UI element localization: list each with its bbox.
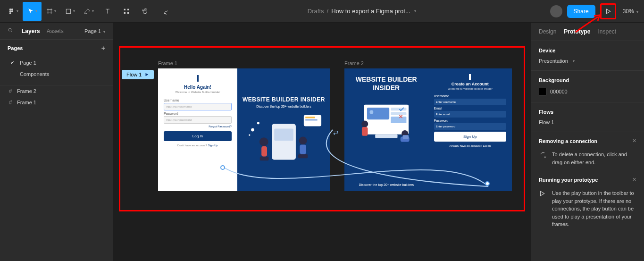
svg-rect-20 xyxy=(305,117,315,118)
pages-header: Pages + xyxy=(0,39,113,57)
svg-rect-7 xyxy=(127,8,129,10)
svg-point-32 xyxy=(361,121,368,127)
right-tabs: Design Prototype Inspect xyxy=(531,23,644,41)
svg-rect-29 xyxy=(391,112,406,115)
add-page-button[interactable]: + xyxy=(101,44,105,52)
hero-panel: WEBSITE BUILDER INSIDER xyxy=(344,68,428,191)
logo-icon xyxy=(469,74,471,80)
breadcrumb[interactable]: Drafts / How to export a Figma prot... ▾ xyxy=(174,8,550,15)
comment-tool-button[interactable] xyxy=(155,2,174,21)
figma-menu-button[interactable]: ▾ xyxy=(4,2,23,21)
help-removing-header: Removing a connection ✕ xyxy=(531,132,644,146)
layer-item[interactable]: # Frame 2 xyxy=(0,85,113,97)
text-tool-button[interactable] xyxy=(98,2,117,21)
password-label: Password xyxy=(164,112,178,115)
right-panel: Design Prototype Inspect Device Presenta… xyxy=(531,23,644,261)
svg-rect-36 xyxy=(402,135,409,139)
svg-rect-5 xyxy=(66,9,70,13)
help-running: Use the play button in the toolbar to pl… xyxy=(531,185,644,233)
pen-tool-button[interactable]: ▾ xyxy=(79,2,98,21)
flow-item[interactable]: Flow 1 xyxy=(539,119,636,125)
frame-label[interactable]: Frame 2 xyxy=(344,60,364,66)
canvas[interactable]: Flow 1 Frame 1 Frame 2 Hello Again! Welc… xyxy=(113,23,531,261)
chevron-down-icon: ▾ xyxy=(35,9,37,13)
email-label: Email xyxy=(434,107,443,110)
top-toolbar: ▾ ▾ ▾ ▾ ▾ Drafts / xyxy=(0,0,644,23)
hero-subtitle: Discover the top 20+ website builders xyxy=(256,105,311,108)
svg-rect-15 xyxy=(260,156,269,160)
chevron-down-icon[interactable]: ▾ xyxy=(414,9,416,13)
share-button[interactable]: Share xyxy=(567,5,595,18)
panel-tabs: Layers Assets Page 1 ▾ xyxy=(0,23,113,39)
flows-section: Flows Flow 1 xyxy=(531,102,644,132)
frame-tool-button[interactable]: ▾ xyxy=(42,2,60,21)
help-running-header: Running your prototype ✕ xyxy=(531,171,644,185)
chevron-down-icon: ▾ xyxy=(17,9,18,13)
login-subtitle: Welcome to Website Builder Insider xyxy=(176,91,220,93)
page-item[interactable]: ✓ Page 1 xyxy=(0,57,113,68)
background-section: Background 000000 xyxy=(531,71,644,102)
background-label: Background xyxy=(539,77,636,83)
background-color[interactable]: 000000 xyxy=(539,88,636,95)
color-swatch xyxy=(539,88,546,95)
signup-prompt: Don't have an account? Sign Up xyxy=(177,144,218,147)
signup-title: Create an Account xyxy=(452,82,489,86)
left-panel: Layers Assets Page 1 ▾ Pages + ✓ Page 1 … xyxy=(0,23,113,261)
connection-handle[interactable] xyxy=(220,165,225,170)
search-icon[interactable] xyxy=(8,27,13,34)
svg-rect-1 xyxy=(9,10,11,12)
flow-start-badge[interactable]: Flow 1 xyxy=(122,70,154,79)
svg-rect-28 xyxy=(391,108,406,110)
flows-label: Flows xyxy=(539,109,636,115)
tab-design[interactable]: Design xyxy=(539,28,556,35)
resources-button[interactable] xyxy=(117,2,136,21)
hero-panel: WEBSITE BUILDER INSIDER Discover the top… xyxy=(237,68,330,191)
present-button[interactable] xyxy=(600,3,616,19)
svg-rect-31 xyxy=(375,135,397,138)
layer-item[interactable]: # Frame 1 xyxy=(0,97,113,108)
device-dropdown[interactable]: Presentation ▾ xyxy=(539,58,636,64)
frame-label[interactable]: Frame 1 xyxy=(158,60,177,66)
zoom-dropdown[interactable]: 30% ▾ xyxy=(621,8,640,15)
frame-2[interactable]: WEBSITE BUILDER INSIDER xyxy=(344,68,512,191)
close-icon[interactable]: ✕ xyxy=(632,177,636,183)
svg-rect-21 xyxy=(305,119,317,120)
tab-prototype[interactable]: Prototype xyxy=(564,28,590,35)
help-removing: To delete a connection, click and drag o… xyxy=(531,146,644,171)
breadcrumb-file: How to export a Figma prot... xyxy=(331,8,410,15)
tab-assets[interactable]: Assets xyxy=(47,28,64,34)
svg-rect-14 xyxy=(261,146,267,156)
svg-point-10 xyxy=(8,28,11,31)
page-select-dropdown[interactable]: Page 1 ▾ xyxy=(84,28,105,34)
svg-point-4 xyxy=(11,10,13,12)
hero-title: WEBSITE BUILDER INSIDER xyxy=(349,75,424,92)
svg-point-22 xyxy=(251,128,254,131)
svg-point-27 xyxy=(369,110,373,114)
svg-point-16 xyxy=(299,136,307,144)
logo-icon xyxy=(197,75,199,82)
svg-rect-3 xyxy=(11,8,13,10)
shape-tool-button[interactable]: ▾ xyxy=(60,2,79,21)
hero-title: WEBSITE BUILDER INSIDER xyxy=(243,96,325,103)
user-avatar[interactable] xyxy=(550,5,562,17)
login-title: Hello Again! xyxy=(184,84,211,90)
check-icon: ✓ xyxy=(10,59,16,66)
signup-button: Sign Up xyxy=(434,132,507,142)
signup-subtitle: Welcome to Website Builder Insider xyxy=(448,87,493,90)
frame-1[interactable]: Hello Again! Welcome to Website Builder … xyxy=(158,68,330,191)
device-section: Device Presentation ▾ xyxy=(531,41,644,71)
username-label: Username xyxy=(164,99,179,102)
chevron-down-icon: ▾ xyxy=(73,9,75,13)
svg-rect-0 xyxy=(9,8,11,10)
close-icon[interactable]: ✕ xyxy=(632,138,636,144)
hand-tool-button[interactable] xyxy=(136,2,155,21)
password-input: Enter password xyxy=(434,123,507,130)
frame-icon: # xyxy=(8,100,13,105)
move-tool-button[interactable]: ▾ xyxy=(23,2,42,21)
connection-handle[interactable] xyxy=(485,181,490,186)
tab-layers[interactable]: Layers xyxy=(22,28,40,34)
page-item[interactable]: Components xyxy=(0,68,113,80)
username-label: Username xyxy=(434,94,449,98)
password-label: Password xyxy=(434,119,449,122)
tab-inspect[interactable]: Inspect xyxy=(598,28,616,35)
